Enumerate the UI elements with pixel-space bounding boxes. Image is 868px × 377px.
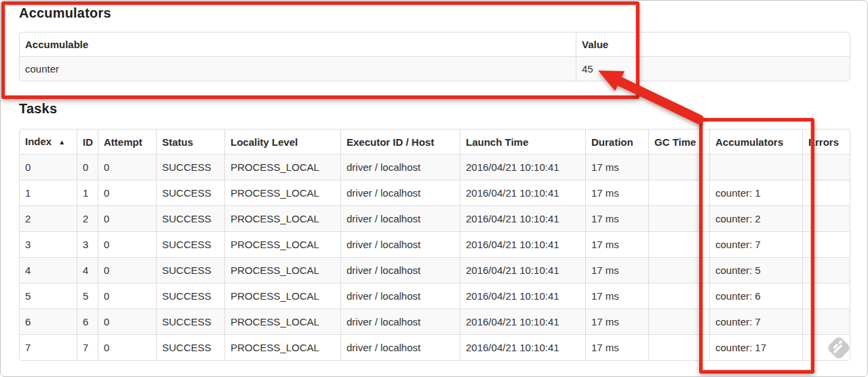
task-index-cell: 3: [20, 231, 77, 257]
task-locality-cell: PROCESS_LOCAL: [224, 205, 340, 231]
task-attempt-cell: 0: [98, 283, 156, 309]
column-header-status[interactable]: Status: [156, 130, 224, 154]
task-id-cell: 4: [77, 257, 98, 283]
task-locality-cell: PROCESS_LOCAL: [224, 231, 340, 257]
task-locality-cell: PROCESS_LOCAL: [224, 257, 340, 283]
accumulators-section-heading: Accumulators: [19, 5, 111, 21]
task-status-cell: SUCCESS: [156, 154, 224, 180]
task-status-cell: SUCCESS: [156, 180, 224, 205]
task-gc-time-cell: [648, 283, 709, 309]
tasks-table: Index▲ ID Attempt Status Locality Level …: [19, 129, 850, 361]
column-header-launch-time[interactable]: Launch Time: [460, 130, 585, 154]
task-locality-cell: PROCESS_LOCAL: [224, 309, 340, 334]
task-row: 3 3 0 SUCCESS PROCESS_LOCAL driver / loc…: [20, 231, 850, 257]
column-header-locality-level[interactable]: Locality Level: [224, 130, 340, 154]
column-header-gc-time[interactable]: GC Time: [648, 130, 709, 154]
task-id-cell: 6: [77, 309, 98, 334]
task-locality-cell: PROCESS_LOCAL: [224, 154, 340, 180]
task-duration-cell: 17 ms: [585, 231, 648, 257]
task-index-cell: 0: [20, 154, 77, 180]
task-attempt-cell: 0: [98, 154, 156, 180]
task-gc-time-cell: [648, 334, 709, 360]
task-errors-cell: [802, 257, 850, 283]
task-executor-cell: driver / localhost: [340, 180, 460, 205]
task-status-cell: SUCCESS: [156, 257, 224, 283]
column-header-executor-id-host[interactable]: Executor ID / Host: [340, 130, 460, 154]
task-duration-cell: 17 ms: [585, 154, 648, 180]
task-locality-cell: PROCESS_LOCAL: [224, 180, 340, 205]
task-index-cell: 7: [20, 334, 77, 360]
task-row: 7 7 0 SUCCESS PROCESS_LOCAL driver / loc…: [20, 334, 850, 360]
task-accumulators-cell: counter: 7: [709, 231, 802, 257]
task-row: 2 2 0 SUCCESS PROCESS_LOCAL driver / loc…: [20, 205, 850, 231]
accumulators-table: Accumulable Value counter 45: [19, 32, 850, 81]
tasks-section-heading: Tasks: [19, 101, 57, 117]
task-status-cell: SUCCESS: [156, 205, 224, 231]
accumulable-value-cell: 45: [576, 56, 850, 81]
task-launch-time-cell: 2016/04/21 10:10:41: [460, 283, 585, 309]
task-executor-cell: driver / localhost: [340, 309, 460, 334]
task-index-cell: 6: [20, 309, 77, 334]
task-gc-time-cell: [648, 257, 709, 283]
task-errors-cell: [802, 283, 850, 309]
task-index-cell: 2: [20, 205, 77, 231]
task-accumulators-cell: counter: 2: [709, 205, 802, 231]
task-errors-cell: [802, 231, 850, 257]
task-locality-cell: PROCESS_LOCAL: [224, 334, 340, 360]
task-status-cell: SUCCESS: [156, 231, 224, 257]
task-executor-cell: driver / localhost: [340, 154, 460, 180]
task-errors-cell: [802, 205, 850, 231]
spark-stage-page: Accumulators Accumulable Value counter 4…: [0, 0, 868, 377]
task-attempt-cell: 0: [98, 180, 156, 205]
accumulators-header-row: Accumulable Value: [20, 33, 850, 56]
task-id-cell: 7: [77, 334, 98, 360]
task-accumulators-cell: counter: 6: [709, 283, 802, 309]
column-header-index[interactable]: Index▲: [20, 130, 77, 154]
task-gc-time-cell: [648, 231, 709, 257]
task-launch-time-cell: 2016/04/21 10:10:41: [460, 154, 585, 180]
task-id-cell: 2: [77, 205, 98, 231]
task-gc-time-cell: [648, 205, 709, 231]
task-locality-cell: PROCESS_LOCAL: [224, 283, 340, 309]
task-duration-cell: 17 ms: [585, 283, 648, 309]
task-row: 4 4 0 SUCCESS PROCESS_LOCAL driver / loc…: [20, 257, 850, 283]
task-accumulators-cell: counter: 7: [709, 309, 802, 334]
accumulable-name-cell: counter: [20, 56, 576, 81]
task-launch-time-cell: 2016/04/21 10:10:41: [460, 334, 585, 360]
task-index-cell: 1: [20, 180, 77, 205]
column-header-attempt[interactable]: Attempt: [98, 130, 156, 154]
task-gc-time-cell: [648, 309, 709, 334]
task-launch-time-cell: 2016/04/21 10:10:41: [460, 180, 585, 205]
task-errors-cell: [802, 334, 850, 360]
task-index-cell: 4: [20, 257, 77, 283]
task-launch-time-cell: 2016/04/21 10:10:41: [460, 309, 585, 334]
task-id-cell: 1: [77, 180, 98, 205]
task-executor-cell: driver / localhost: [340, 257, 460, 283]
task-launch-time-cell: 2016/04/21 10:10:41: [460, 205, 585, 231]
task-duration-cell: 17 ms: [585, 205, 648, 231]
column-header-duration[interactable]: Duration: [585, 130, 648, 154]
task-status-cell: SUCCESS: [156, 309, 224, 334]
column-label-index: Index: [25, 136, 52, 147]
task-attempt-cell: 0: [98, 205, 156, 231]
task-index-cell: 5: [20, 283, 77, 309]
task-status-cell: SUCCESS: [156, 334, 224, 360]
task-launch-time-cell: 2016/04/21 10:10:41: [460, 257, 585, 283]
task-accumulators-cell: [709, 154, 802, 180]
column-header-errors[interactable]: Errors: [802, 130, 850, 154]
task-executor-cell: driver / localhost: [340, 334, 460, 360]
task-id-cell: 5: [77, 283, 98, 309]
task-attempt-cell: 0: [98, 309, 156, 334]
column-header-value: Value: [576, 33, 850, 56]
task-duration-cell: 17 ms: [585, 180, 648, 205]
task-accumulators-cell: counter: 1: [709, 180, 802, 205]
task-status-cell: SUCCESS: [156, 283, 224, 309]
sort-ascending-icon: ▲: [58, 138, 65, 146]
task-row: 5 5 0 SUCCESS PROCESS_LOCAL driver / loc…: [20, 283, 850, 309]
task-duration-cell: 17 ms: [585, 257, 648, 283]
column-header-accumulators[interactable]: Accumulators: [709, 130, 802, 154]
column-header-accumulable: Accumulable: [20, 33, 576, 56]
column-header-id[interactable]: ID: [77, 130, 98, 154]
task-attempt-cell: 0: [98, 334, 156, 360]
task-duration-cell: 17 ms: [585, 334, 648, 360]
